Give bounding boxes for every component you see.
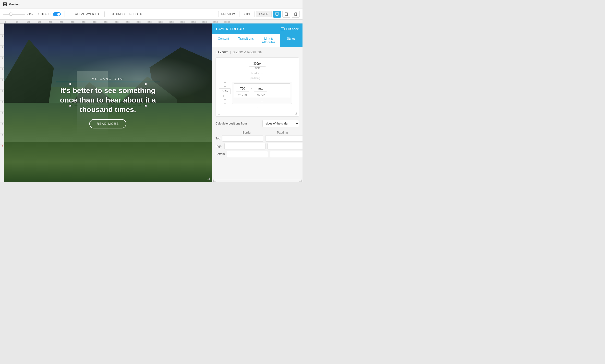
size-box: x WIDTH HEIGHT − [232, 82, 292, 104]
ruler-mark: 400 [92, 21, 103, 23]
calc-positions-select[interactable]: sides of the slider center of the slider… [262, 120, 299, 127]
zoom-separator: | [35, 13, 36, 16]
layer-btn[interactable]: LAYER [256, 11, 272, 17]
ruler-mark: 1000 [224, 21, 235, 23]
undo-redo-group: ↺ UNDO | REDO ↻ [112, 13, 142, 16]
padding-minus-btn[interactable]: − [261, 76, 264, 80]
padding-label-top: padding [251, 77, 260, 79]
slide-title[interactable]: It's better to see something once than t… [56, 86, 160, 114]
right-position-col: − − [293, 89, 296, 97]
padding-top-input[interactable] [265, 135, 302, 142]
ruler-mark: 300 [70, 21, 81, 23]
put-back-button[interactable]: Put back [281, 27, 299, 31]
padding-col-header: Padding [266, 131, 299, 134]
title-bar: Preview [0, 0, 302, 9]
right-minus1-btn[interactable]: − [293, 89, 296, 93]
vruler-mark: 5 [0, 35, 4, 46]
padding-row-top: padding − [219, 76, 296, 80]
outer-bottom-label: − [256, 110, 258, 113]
redo-btn[interactable]: REDO [129, 13, 138, 16]
put-back-icon [281, 27, 285, 31]
padding-right-input[interactable] [267, 143, 302, 149]
layer-panel-content: LAYOUT | SIZING & POSITION TOP border − [212, 47, 302, 179]
padding-bottom-input[interactable] [270, 151, 302, 157]
layout-subtitle: SIZING & POSITION [233, 51, 262, 54]
canvas-corner-handle-br[interactable] [207, 178, 210, 180]
border-top-input[interactable] [222, 135, 263, 142]
read-more-button[interactable]: READ MORE [89, 119, 126, 129]
left-minus-btn[interactable]: − [223, 80, 226, 84]
left-minus4-btn[interactable]: − [223, 101, 226, 105]
width-input[interactable] [236, 86, 249, 91]
top-position-input[interactable] [249, 61, 266, 66]
border-minus-btn[interactable]: − [260, 71, 263, 75]
ruler-mark: 450 [103, 21, 114, 23]
ruler-mark: 850 [191, 21, 202, 23]
vruler-mark: 5 [0, 123, 4, 134]
bp-header-row: Border Padding [216, 131, 299, 134]
slide-subtitle: MU CANG CHAI [56, 77, 160, 82]
layout-title: LAYOUT [216, 51, 228, 54]
ruler-mark: 750 [169, 21, 180, 23]
right-minus2-btn[interactable]: − [293, 93, 296, 97]
app-title: Preview [9, 2, 20, 6]
align-icon: ☰ [71, 13, 74, 16]
align-layer-button[interactable]: ☰ ALIGN LAYER TO... [68, 11, 104, 17]
ruler-mark: 100 [26, 21, 37, 23]
tab-link-attributes-label: Link & Attributes [262, 37, 275, 44]
layout-section-header: LAYOUT | SIZING & POSITION [216, 51, 299, 54]
tab-content[interactable]: Content [212, 34, 235, 47]
ruler-mark: 250 [59, 21, 70, 23]
tab-styles[interactable]: Styles [280, 34, 302, 47]
ruler-mark: 0 [4, 21, 15, 23]
undo-redo-sep: | [127, 13, 127, 16]
border-padding-right-row: Right [216, 143, 299, 149]
left-position-input[interactable] [219, 88, 231, 94]
svg-rect-0 [4, 3, 6, 5]
layer-editor-header: LAYER EDITOR Put back [212, 24, 302, 34]
vruler-mark: 0 [0, 134, 4, 144]
height-input[interactable] [254, 86, 267, 91]
x-separator: x [251, 87, 252, 90]
zoom-label: 71% [27, 13, 33, 16]
slide-btn[interactable]: SLIDE [240, 11, 254, 17]
put-back-label: Put back [286, 27, 299, 31]
size-inner: x WIDTH HEIGHT [234, 83, 290, 98]
corner-bl [218, 113, 220, 115]
layer-editor-title: LAYER EDITOR [216, 27, 244, 31]
desktop-device-btn[interactable] [273, 11, 281, 18]
top-position-row: TOP [219, 61, 296, 70]
left-minus2-btn[interactable]: − [223, 84, 226, 88]
tab-styles-label: Styles [287, 37, 295, 40]
panel-footer [212, 179, 302, 182]
calc-positions-label: Calculate positions from [216, 122, 260, 125]
main-content: 5 0 5 0 5 0 5 0 5 0 0 [0, 24, 302, 182]
vruler-mark: 5 [0, 56, 4, 67]
align-label: ALIGN LAYER TO... [75, 13, 101, 16]
wh-labels: WIDTH HEIGHT [234, 93, 290, 98]
tablet-device-btn[interactable] [282, 11, 290, 18]
auto-fit-toggle[interactable] [53, 12, 61, 16]
slide-canvas[interactable]: MU CANG CHAI It's better to see somethin… [4, 24, 212, 182]
left-minus3-btn[interactable]: − [223, 97, 226, 101]
ruler-mark: 50 [15, 21, 26, 23]
svg-rect-9 [281, 28, 284, 30]
ruler-mark: 800 [180, 21, 191, 23]
layout-divider: | [230, 51, 231, 54]
border-label-top: border [252, 72, 259, 75]
svg-rect-2 [275, 13, 279, 15]
border-right-input[interactable] [224, 143, 265, 149]
undo-btn[interactable]: UNDO [116, 13, 125, 16]
toolbar: 71% | AUTO-FIT ☰ ALIGN LAYER TO... ↺ UND… [0, 9, 302, 20]
middle-position-row: − − LEFT − − x [219, 80, 296, 105]
mobile-device-btn[interactable] [292, 11, 300, 18]
layer-tabs: Content Transitions Link & Attributes St… [212, 34, 302, 47]
tab-link-attributes[interactable]: Link & Attributes [257, 34, 280, 47]
zoom-slider[interactable] [3, 14, 25, 15]
canvas-area[interactable]: 5 0 5 0 5 0 5 0 5 0 0 [0, 24, 212, 182]
preview-btn[interactable]: PREVIEW [218, 11, 238, 17]
ruler-mark: 900 [202, 21, 213, 23]
border-bottom-input[interactable] [227, 151, 268, 157]
zoom-slider-thumb[interactable] [9, 13, 13, 16]
tab-transitions[interactable]: Transitions [235, 34, 257, 47]
